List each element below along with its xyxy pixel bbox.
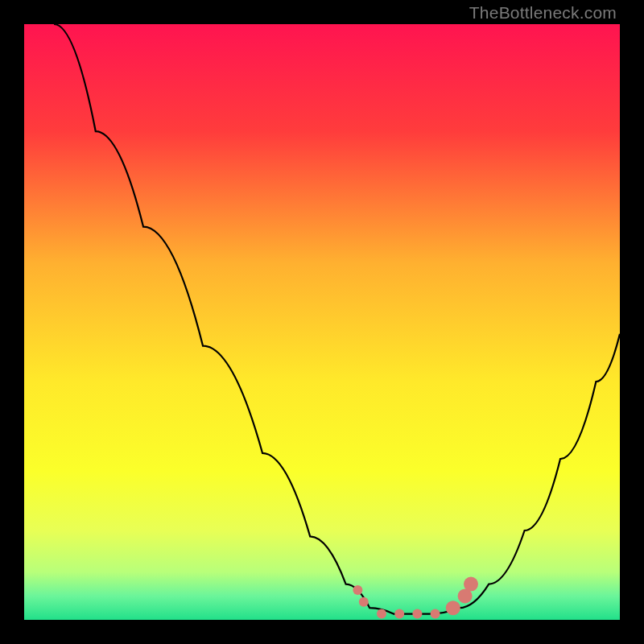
gradient-background [24, 24, 620, 620]
marker-dot [412, 609, 422, 619]
marker-dot [446, 601, 460, 615]
marker-dot [359, 597, 369, 607]
marker-dot [377, 609, 386, 619]
chart-svg [24, 24, 620, 620]
marker-dot [353, 585, 362, 595]
watermark-text: TheBottleneck.com [469, 3, 617, 23]
marker-dot [394, 609, 404, 619]
marker-dot [464, 577, 478, 592]
marker-dot [431, 609, 440, 619]
chart-frame [24, 24, 620, 620]
